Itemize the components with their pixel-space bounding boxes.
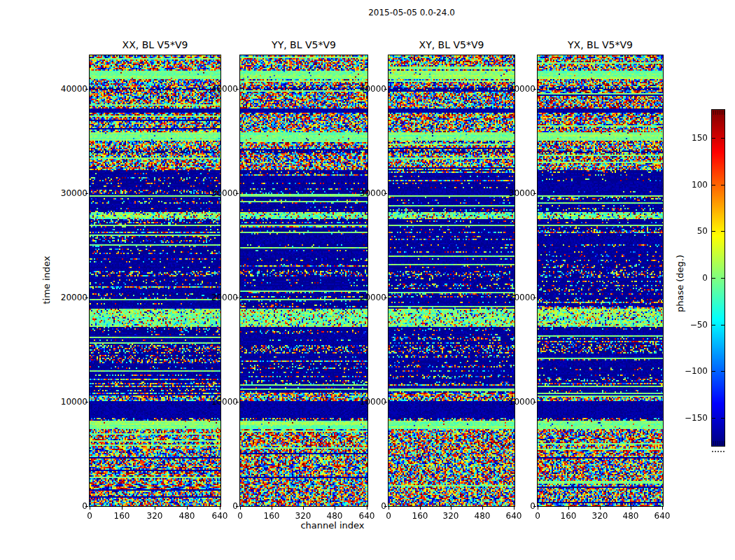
y-tick-label: 10000 (196, 396, 238, 407)
x-tick-mark (122, 507, 122, 510)
y-tick-label: 0 (344, 500, 386, 512)
y-tick-label: 10000 (344, 396, 386, 407)
colorbar-tick-label: 0 (676, 272, 708, 284)
x-tick-label: 320 (433, 510, 468, 522)
y-tick-label: 0 (46, 500, 88, 512)
y-tick-label: 20000 (493, 292, 536, 303)
x-tick-label: 160 (104, 510, 139, 522)
x-tick-mark (631, 507, 631, 510)
x-tick-mark (600, 507, 601, 510)
x-tick-label: 480 (169, 510, 204, 522)
x-tick-label: 480 (465, 510, 500, 522)
panel-title: YY, BL V5*V9 (223, 39, 385, 52)
heatmap-panel-xy (388, 55, 515, 507)
y-tick-label: 40000 (493, 83, 536, 94)
x-tick-label: 0 (72, 510, 107, 522)
x-tick-label: 160 (551, 510, 586, 522)
colorbar-tick-mark (712, 185, 715, 186)
colorbar-tick-label: 150 (676, 132, 708, 144)
panel-title: XY, BL V5*V9 (371, 39, 532, 52)
x-tick-mark (451, 507, 451, 510)
x-tick-mark (482, 507, 483, 510)
colorbar-tick-mark (712, 278, 715, 279)
y-tick-label: 20000 (344, 292, 386, 303)
y-tick-label: 10000 (493, 396, 536, 407)
colorbar-tick-mark (712, 325, 715, 326)
heatmap-canvas-xx (90, 55, 220, 506)
x-axis-label: channel index (262, 520, 402, 531)
x-tick-label: 0 (520, 510, 555, 522)
y-tick-label: 30000 (493, 188, 536, 199)
colorbar-tick-label: −100 (676, 365, 708, 377)
heatmap-panel-yx (537, 55, 664, 507)
figure: 2015-05-05 0.0-24.0 channel index time i… (0, 0, 735, 560)
colorbar-tick-mark (712, 418, 715, 419)
x-tick-label: 320 (137, 510, 172, 522)
colorbar-tick-label: −150 (676, 412, 708, 424)
x-tick-label: 160 (402, 510, 438, 522)
x-tick-label: 320 (582, 510, 617, 522)
y-tick-label: 40000 (196, 83, 238, 94)
x-tick-mark (90, 507, 90, 510)
x-tick-label: 480 (613, 510, 648, 522)
x-tick-mark (662, 507, 663, 510)
x-tick-label: 0 (371, 510, 406, 522)
panel-title: YX, BL V5*V9 (520, 39, 680, 52)
y-tick-label: 20000 (196, 292, 238, 303)
heatmap-canvas-yx (538, 55, 663, 506)
y-tick-label: 40000 (46, 83, 88, 94)
x-tick-mark (187, 507, 188, 510)
colorbar-extend-dots (712, 451, 724, 452)
colorbar-tick-label: −50 (676, 319, 708, 330)
heatmap-canvas-yy (240, 55, 368, 506)
x-tick-label: 0 (223, 510, 258, 522)
colorbar-tick-label: 100 (676, 179, 708, 190)
figure-title: 2015-05-05 0.0-24.0 (307, 8, 517, 18)
x-tick-mark (388, 507, 389, 510)
x-tick-mark (335, 507, 335, 510)
y-tick-label: 30000 (196, 188, 238, 199)
x-tick-label: 320 (286, 510, 321, 522)
x-tick-mark (240, 507, 241, 510)
y-tick-label: 10000 (46, 396, 88, 407)
heatmap-canvas-xy (388, 55, 514, 506)
x-tick-label: 160 (254, 510, 289, 522)
y-tick-label: 0 (493, 500, 536, 512)
x-tick-mark (272, 507, 272, 510)
colorbar-tick-mark (721, 138, 724, 139)
colorbar-tick-mark (721, 231, 724, 232)
colorbar-tick-mark (721, 418, 724, 419)
colorbar-tick-mark (721, 185, 724, 186)
x-tick-mark (538, 507, 538, 510)
colorbar-tick-mark (712, 138, 715, 139)
x-tick-mark (568, 507, 569, 510)
panel-title: XX, BL V5*V9 (72, 39, 238, 52)
y-tick-label: 0 (196, 500, 238, 512)
x-tick-label: 480 (317, 510, 352, 522)
x-tick-mark (155, 507, 155, 510)
colorbar-tick-mark (721, 371, 724, 372)
x-tick-label: 640 (645, 510, 680, 522)
heatmap-panel-xx (89, 55, 221, 507)
y-tick-label: 20000 (46, 292, 88, 303)
colorbar-tick-mark (712, 231, 715, 232)
x-tick-mark (420, 507, 421, 510)
heatmap-panel-yy (239, 55, 368, 507)
colorbar-tick-mark (712, 371, 715, 372)
colorbar-tick-mark (721, 278, 724, 279)
colorbar-tick-label: 50 (676, 225, 708, 237)
x-tick-mark (303, 507, 304, 510)
y-tick-label: 30000 (46, 188, 88, 199)
y-tick-label: 30000 (344, 188, 386, 199)
y-tick-label: 40000 (344, 83, 386, 94)
colorbar-tick-mark (721, 325, 724, 326)
